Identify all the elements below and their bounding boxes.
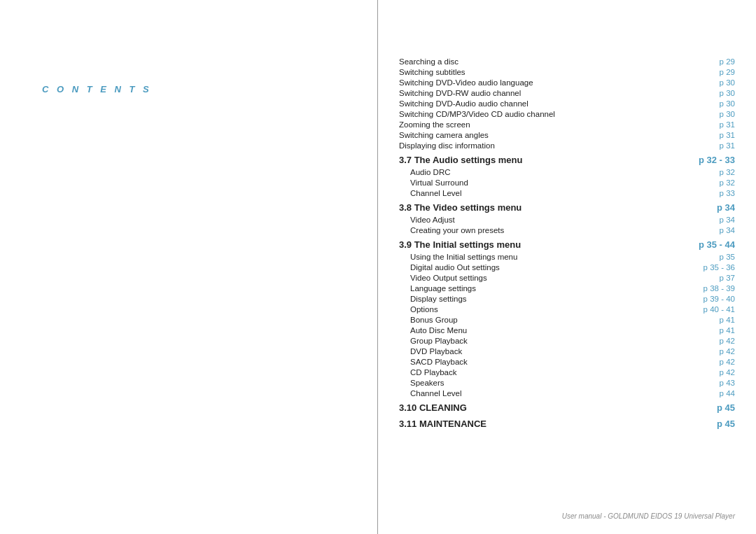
toc-entry-page: p 31 xyxy=(720,120,735,129)
sub-entry: CD Playbackp 42 xyxy=(399,367,735,377)
sub-entry-label: Language settings xyxy=(410,284,476,293)
section-header: 3.9 The Initial settings menup 35 - 44 xyxy=(399,235,735,251)
section-header-page: p 32 - 33 xyxy=(699,155,735,165)
page-container: C O N T E N T S Searching a discp 29Swit… xyxy=(0,0,756,534)
toc-entry-page: p 30 xyxy=(720,89,735,97)
bottom-section-page: p 45 xyxy=(717,402,735,413)
sub-entry: SACD Playbackp 42 xyxy=(399,356,735,367)
toc-entry-label: Zooming the screen xyxy=(399,120,470,129)
sub-entry: Digital audio Out settingsp 35 - 36 xyxy=(399,262,735,272)
sub-entry-page: p 41 xyxy=(720,316,735,324)
toc-entry-page: p 29 xyxy=(720,68,735,76)
toc-entry: Switching camera anglesp 31 xyxy=(399,129,735,140)
sub-entry-label: Speakers xyxy=(410,379,444,387)
toc-entry-page: p 31 xyxy=(720,141,735,150)
sub-entry-label: Using the Initial settings menu xyxy=(410,253,517,261)
sub-entry-page: p 42 xyxy=(720,347,735,356)
bottom-section-label: 3.10 CLEANING xyxy=(399,402,467,413)
toc-entry-page: p 29 xyxy=(720,57,735,66)
sections-container: 3.7 The Audio settings menup 32 - 33Audi… xyxy=(399,150,735,398)
toc-entry-page: p 31 xyxy=(720,131,735,139)
right-panel: Searching a discp 29Switching subtitlesp… xyxy=(378,0,756,534)
sub-entry: Bonus Groupp 41 xyxy=(399,314,735,325)
section-header-label: 3.8 The Video settings menu xyxy=(399,202,522,213)
toc-entry-page: p 30 xyxy=(720,99,735,108)
sub-entry-label: Channel Level xyxy=(410,189,462,197)
toc-entry: Switching DVD-RW audio channelp 30 xyxy=(399,87,735,98)
contents-title: C O N T E N T S xyxy=(42,84,152,94)
sub-entry-page: p 43 xyxy=(720,379,735,387)
bottom-section-label: 3.11 MAINTENANCE xyxy=(399,419,486,429)
sub-entry: DVD Playbackp 42 xyxy=(399,346,735,356)
toc-entry-label: Displaying disc information xyxy=(399,141,495,150)
sub-entry-page: p 35 xyxy=(720,253,735,261)
toc-entry: Zooming the screenp 31 xyxy=(399,119,735,129)
sub-entry: Language settingsp 38 - 39 xyxy=(399,283,735,293)
sub-entry-page: p 32 xyxy=(720,178,735,187)
toc-entry-page: p 30 xyxy=(720,110,735,118)
toc-entry-page: p 30 xyxy=(720,78,735,87)
sub-entry: Channel Levelp 44 xyxy=(399,388,735,398)
bottom-section-header: 3.10 CLEANINGp 45 xyxy=(399,398,735,414)
bottom-section-page: p 45 xyxy=(717,419,735,429)
section-header-label: 3.7 The Audio settings menu xyxy=(399,155,522,165)
sub-entry-page: p 42 xyxy=(720,368,735,377)
sub-entry: Creating your own presetsp 34 xyxy=(399,225,735,235)
sub-entry-label: Auto Disc Menu xyxy=(410,326,467,335)
sub-entry-label: Channel Level xyxy=(410,389,462,398)
bottom-sections-container: 3.10 CLEANINGp 453.11 MAINTENANCEp 45 xyxy=(399,398,735,430)
sub-entry-label: DVD Playback xyxy=(410,347,462,356)
toc-entry-label: Switching DVD-Video audio language xyxy=(399,78,533,87)
toc-entry: Switching subtitlesp 29 xyxy=(399,66,735,77)
footer-text: User manual - GOLDMUND EIDOS 19 Universa… xyxy=(399,505,735,520)
sub-entry-label: Bonus Group xyxy=(410,316,458,324)
sub-entry: Audio DRCp 32 xyxy=(399,167,735,177)
sub-entry-label: Virtual Surround xyxy=(410,178,468,187)
bottom-section-header: 3.11 MAINTENANCEp 45 xyxy=(399,414,735,430)
toc-entry-label: Switching subtitles xyxy=(399,68,465,76)
toc-entry-label: Switching camera angles xyxy=(399,131,489,139)
section-header-page: p 34 xyxy=(717,202,735,213)
sub-entry: Virtual Surroundp 32 xyxy=(399,177,735,188)
sub-entry-page: p 37 xyxy=(720,274,735,282)
toc-entries: Searching a discp 29Switching subtitlesp… xyxy=(399,56,735,150)
sub-entry-page: p 34 xyxy=(720,216,735,224)
sub-entry-label: Display settings xyxy=(410,295,467,303)
toc-entry-label: Switching DVD-Audio audio channel xyxy=(399,99,528,108)
section-header: 3.7 The Audio settings menup 32 - 33 xyxy=(399,150,735,167)
sub-entry-label: CD Playback xyxy=(410,368,456,377)
sub-entry-page: p 44 xyxy=(720,389,735,398)
toc-entry-label: Switching DVD-RW audio channel xyxy=(399,89,521,97)
left-panel: C O N T E N T S xyxy=(0,0,378,534)
toc-entry: Switching CD/MP3/Video CD audio channelp… xyxy=(399,108,735,119)
sub-entry-page: p 41 xyxy=(720,326,735,335)
toc-entry: Displaying disc informationp 31 xyxy=(399,140,735,150)
sub-entry-label: Video Adjust xyxy=(410,216,455,224)
sub-entry: Video Output settingsp 37 xyxy=(399,272,735,283)
sub-entry-page: p 42 xyxy=(720,337,735,345)
sub-entry: Video Adjustp 34 xyxy=(399,214,735,225)
sub-entry: Speakersp 43 xyxy=(399,377,735,388)
sub-entry-label: Options xyxy=(410,305,438,314)
sub-entry-page: p 35 - 36 xyxy=(704,263,735,272)
sub-entry-label: Digital audio Out settings xyxy=(410,263,500,272)
sub-entry-page: p 40 - 41 xyxy=(704,305,735,314)
sub-entry-label: Video Output settings xyxy=(410,274,487,282)
section-header: 3.8 The Video settings menup 34 xyxy=(399,198,735,214)
sub-entry: Group Playbackp 42 xyxy=(399,335,735,346)
toc-entry-label: Searching a disc xyxy=(399,57,458,66)
sub-entry-page: p 39 - 40 xyxy=(704,295,735,303)
sub-entry: Display settingsp 39 - 40 xyxy=(399,293,735,304)
sub-entry: Auto Disc Menup 41 xyxy=(399,325,735,335)
toc-entry: Switching DVD-Video audio languagep 30 xyxy=(399,77,735,87)
sub-entry-page: p 33 xyxy=(720,189,735,197)
sub-entry: Using the Initial settings menup 35 xyxy=(399,251,735,262)
sub-entry: Optionsp 40 - 41 xyxy=(399,304,735,314)
sub-entry-label: Group Playback xyxy=(410,337,468,345)
toc-entry: Searching a discp 29 xyxy=(399,56,735,66)
toc-entry-label: Switching CD/MP3/Video CD audio channel xyxy=(399,110,555,118)
section-header-page: p 35 - 44 xyxy=(699,239,735,250)
section-header-label: 3.9 The Initial settings menu xyxy=(399,239,521,250)
sub-entry-page: p 42 xyxy=(720,358,735,366)
toc-entry: Switching DVD-Audio audio channelp 30 xyxy=(399,98,735,108)
